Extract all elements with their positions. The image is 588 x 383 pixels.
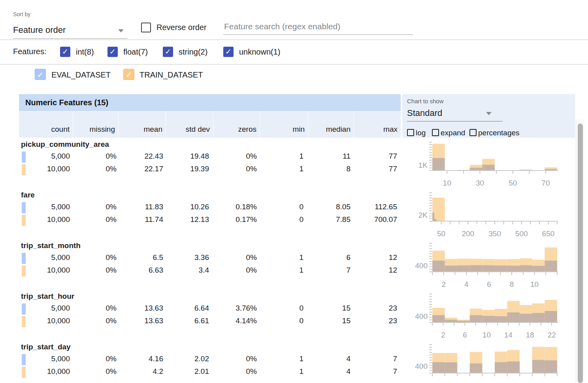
histogram-bar	[445, 362, 458, 373]
y-axis-label: 2K	[418, 211, 428, 219]
stat-max: 12	[338, 265, 397, 276]
scrollbar-track[interactable]	[576, 119, 584, 383]
feature-histogram[interactable]: 246810400	[403, 241, 561, 291]
x-tick-label: 4	[464, 280, 469, 288]
feature-block: pickup_community_area5,0000%22.4319.480%…	[0, 139, 575, 190]
x-tick-label: 10	[443, 179, 451, 187]
feature-name: fare	[21, 191, 35, 199]
log-label: log	[416, 129, 426, 137]
reverse-order-checkbox[interactable]	[141, 23, 151, 32]
x-tick-label: 30	[476, 179, 484, 187]
chevron-down-icon	[118, 29, 124, 32]
histogram-bar	[482, 316, 495, 322]
histogram-bar	[507, 362, 520, 374]
type-label-unknown: unknown(1)	[239, 47, 281, 57]
feature-histogram[interactable]: 502003505006502K	[403, 190, 561, 241]
feature-histogram[interactable]: 103050701K	[403, 139, 561, 190]
feature-block: trip_start_day5,0000%4.162.020%14710,000…	[0, 342, 575, 383]
features-filter-label: Features:	[13, 47, 46, 56]
percentages-checkbox[interactable]	[469, 129, 477, 136]
type-checkbox-float[interactable]: ✓	[107, 47, 118, 57]
histogram-bar	[507, 265, 520, 272]
x-tick-label: 2	[441, 331, 445, 339]
histogram-bar	[495, 362, 507, 373]
train-dataset-checkbox[interactable]: ✓	[123, 69, 134, 80]
histogram-bar	[507, 313, 520, 323]
x-tick-label: 8	[510, 280, 514, 288]
y-axis-label: 400	[415, 262, 428, 270]
histogram-bar	[445, 320, 458, 322]
histogram-bar	[532, 313, 545, 322]
stat-max: 77	[338, 151, 397, 162]
col-header-zeros: zeros	[213, 112, 260, 138]
chart-type-value: Standard	[407, 108, 442, 118]
eval-dataset-checkbox[interactable]: ✓	[35, 69, 46, 80]
reverse-order-label: Reverse order	[156, 23, 207, 32]
histogram-bar	[520, 314, 532, 322]
stat-max: 112.65	[338, 201, 397, 212]
chart-type-select[interactable]: Standard	[407, 106, 503, 121]
x-tick-label: 50	[437, 229, 445, 238]
histogram-bar	[432, 158, 445, 171]
x-tick-label: 200	[462, 229, 474, 238]
stat-max: 23	[338, 315, 397, 326]
x-tick-label: 350	[488, 229, 501, 238]
histogram-bar	[432, 261, 445, 272]
sort-by-value: Feature order	[13, 25, 66, 35]
histogram-bar	[470, 364, 482, 374]
stat-max: 7	[338, 366, 397, 377]
histogram-bar	[432, 315, 445, 323]
feature-block: trip_start_hour5,0000%13.636.643.76%0152…	[0, 291, 575, 342]
facets-overview-page: Sort by Feature order Reverse order Feat…	[0, 0, 588, 383]
x-tick-label: 14	[504, 331, 513, 339]
type-label-float: float(7)	[123, 47, 148, 57]
histogram-bar	[445, 265, 458, 272]
histogram-bar	[457, 265, 470, 272]
type-checkbox-unknown[interactable]: ✓	[223, 47, 234, 57]
x-tick-label: 6	[487, 280, 491, 288]
feature-histogram[interactable]: 2610141822400	[403, 291, 561, 342]
eval-dataset-label: EVAL_DATASET	[51, 70, 111, 80]
type-checkbox-string[interactable]: ✓	[163, 47, 173, 57]
percentages-label: percentages	[478, 129, 520, 137]
sort-by-label: Sort by	[13, 11, 30, 17]
x-tick-label: 22	[548, 331, 556, 339]
feature-histogram[interactable]: 400	[403, 342, 561, 383]
table-title: Numeric Features (15)	[19, 94, 401, 111]
histogram-bar	[432, 213, 434, 222]
histogram-bar	[545, 360, 557, 373]
type-checkbox-int[interactable]: ✓	[60, 47, 70, 57]
x-tick-label: 50	[509, 179, 517, 187]
histogram-bar	[520, 265, 532, 272]
x-tick-label: 6	[463, 331, 467, 339]
col-header-mean: mean	[119, 112, 166, 138]
feature-name: trip_start_month	[21, 241, 81, 250]
feature-block: fare5,0000%11.8310.260.18%08.05112.6510,…	[0, 190, 575, 241]
expand-checkbox[interactable]	[432, 129, 439, 136]
col-header-missing: missing	[73, 112, 119, 138]
y-axis-label: 1K	[418, 161, 428, 169]
feature-search-input[interactable]	[223, 22, 413, 35]
stat-max: 23	[338, 303, 397, 314]
x-tick-label: 10	[530, 280, 539, 288]
x-tick-label: 650	[542, 229, 555, 238]
sort-by-select[interactable]: Feature order	[13, 23, 128, 39]
histogram-bar	[532, 360, 545, 373]
x-tick-label: 10	[482, 331, 491, 339]
type-label-string: string(2)	[179, 47, 207, 57]
histogram-bar	[532, 266, 545, 272]
col-header-median: median	[308, 112, 354, 138]
histogram-bar	[432, 362, 445, 373]
chart-controls-panel: Chart to show Standard log expand percen…	[402, 94, 575, 138]
histogram-bar	[545, 261, 557, 272]
feature-name: trip_start_hour	[21, 292, 74, 301]
stat-max: 12	[338, 252, 397, 263]
histogram-bar	[470, 168, 482, 171]
histogram-bar	[470, 315, 482, 323]
log-checkbox[interactable]	[407, 129, 414, 136]
col-header-stddev: std dev	[166, 112, 213, 138]
stat-max: 77	[338, 163, 397, 174]
histogram-bar	[545, 311, 557, 322]
scrollbar-thumb[interactable]	[578, 123, 583, 383]
x-tick-label: 2	[441, 280, 446, 288]
